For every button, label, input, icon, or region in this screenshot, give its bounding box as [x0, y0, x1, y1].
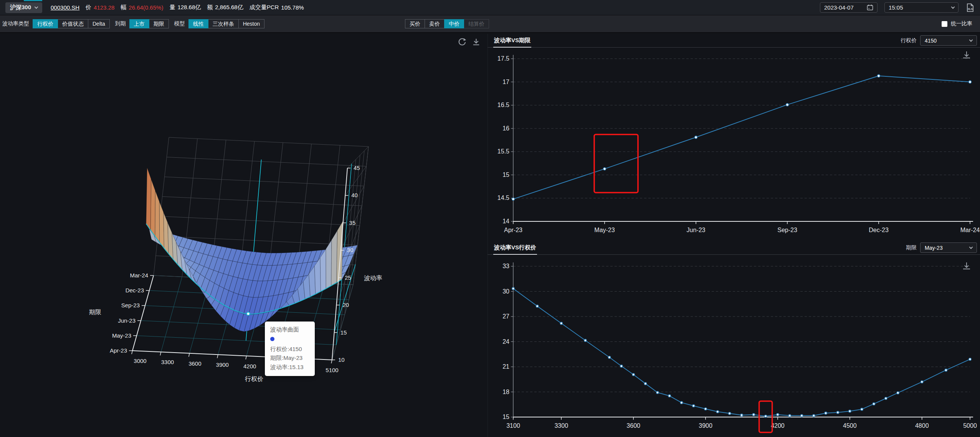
svg-text:35: 35 [349, 219, 356, 226]
svg-text:3600: 3600 [626, 422, 640, 429]
market-stats: 价4123.28幅26.64(0.65%)量128.68亿额2,865.68亿成… [86, 4, 304, 11]
toolbar-button[interactable]: 价值状态 [58, 19, 88, 28]
top-bar: 沪深300 000300.SH 价4123.28幅26.64(0.65%)量12… [0, 0, 980, 15]
stat-label: 量 [169, 4, 175, 11]
svg-text:16: 16 [502, 125, 509, 132]
symbol-link[interactable]: 000300.SH [51, 4, 79, 11]
tooltip-vol: 波动率:15.13 [270, 363, 309, 371]
xls-file-icon: XLS [965, 3, 975, 12]
x-axis: Apr-23May-23Jun-23Sep-23Dec-23Mar-24 [504, 221, 980, 233]
svg-text:15: 15 [340, 329, 347, 336]
toolbar-group-label: 到期 [115, 20, 126, 27]
download-icon[interactable] [472, 38, 481, 46]
svg-text:5100: 5100 [326, 367, 338, 373]
refresh-icon[interactable] [458, 38, 466, 46]
toolbar-button[interactable]: 三次样条 [208, 19, 239, 28]
vs-term-panel: 波动率VS期限 行权价 4150 1414.51515.51616.51717.… [488, 34, 980, 241]
chart-grid: 15182124273033 [502, 262, 970, 420]
vs-term-title: 波动率VS期限 [493, 37, 531, 48]
svg-text:14.5: 14.5 [497, 195, 509, 201]
stat-item: 量128.68亿 [169, 4, 201, 11]
toolbar-button: 结算价 [464, 19, 489, 28]
stat-label: 成交量PCR [250, 4, 279, 11]
svg-text:5000: 5000 [963, 422, 977, 429]
strike-selector[interactable]: 4150 [920, 35, 977, 46]
svg-text:XLS: XLS [968, 8, 973, 10]
export-xls-button[interactable]: XLS [965, 3, 975, 12]
term-selector-value: May-23 [925, 245, 943, 251]
vs-strike-header: 波动率VS行权价 期限 May-23 [488, 241, 980, 255]
toolbar-button[interactable]: 卖价 [425, 19, 445, 28]
svg-text:17.5: 17.5 [497, 55, 509, 62]
svg-text:30: 30 [502, 288, 509, 295]
surface-tooltip: 波动率曲面 行权价:4150 期限:May-23 波动率:15.13 [265, 322, 315, 376]
chevron-down-icon [969, 38, 973, 42]
svg-text:45: 45 [354, 165, 360, 171]
stat-label: 价 [86, 4, 91, 11]
term-control-label: 期限 [906, 244, 917, 251]
app-root: 沪深300 000300.SH 价4123.28幅26.64(0.65%)量12… [0, 0, 980, 437]
toolbar-groups: 波动率类型行权价价值状态Delta到期上市期限模型线性三次样条Heston买价卖… [2, 19, 494, 28]
stat-value: 4123.28 [94, 4, 114, 11]
toolbar-group-label: 模型 [174, 20, 185, 27]
chart-download-icon[interactable] [963, 51, 970, 58]
svg-text:15: 15 [502, 172, 509, 178]
vs-strike-panel: 波动率VS行权价 期限 May-23 151821242730333100330… [488, 241, 980, 437]
svg-text:3300: 3300 [554, 422, 568, 429]
index-selector[interactable]: 沪深300 [5, 2, 42, 13]
unify-ratio-checkbox[interactable]: 统一比率 [942, 20, 972, 27]
toolbar-button[interactable]: 上市 [129, 19, 149, 28]
stat-item: 价4123.28 [86, 4, 114, 11]
vs-term-header: 波动率VS期限 行权价 4150 [488, 34, 980, 48]
vol-vs-strike-chart[interactable]: 1518212427303331003300360039004200450048… [488, 255, 980, 437]
toolbar-button[interactable]: Heston [238, 19, 264, 28]
svg-text:波动率: 波动率 [364, 275, 382, 281]
stat-label: 幅 [121, 4, 126, 11]
svg-text:May-23: May-23 [112, 332, 131, 339]
chart-download-icon[interactable] [963, 262, 970, 269]
active-tab-indicator [24, 0, 42, 1]
svg-text:25: 25 [345, 274, 351, 281]
date-picker[interactable]: 2023-04-07 [820, 2, 878, 13]
tooltip-series-name: 波动率曲面 [270, 326, 309, 333]
series-line [512, 287, 971, 417]
highlight-box [594, 134, 638, 192]
chevron-down-icon [951, 5, 955, 9]
svg-text:14: 14 [502, 218, 509, 224]
vol-vs-term-chart[interactable]: 1414.51515.51616.51717.5Apr-23May-23Jun-… [488, 48, 980, 241]
svg-text:4500: 4500 [843, 422, 857, 429]
surface-highlight-marker [247, 312, 250, 315]
svg-text:Jun-23: Jun-23 [687, 227, 706, 233]
volatility-surface-3d-chart[interactable]: 30003300360039004200450048005100行权价Apr-2… [0, 34, 488, 437]
vs-strike-title: 波动率VS行权价 [493, 244, 537, 255]
chevron-down-icon [969, 245, 973, 249]
toolbar-button[interactable]: Delta [88, 19, 110, 28]
surface-panel: 30003300360039004200450048005100行权价Apr-2… [0, 34, 488, 437]
calendar-icon [867, 4, 873, 11]
svg-text:21: 21 [502, 363, 509, 370]
series-dot-icon [270, 337, 274, 341]
toolbar-button[interactable]: 买价 [405, 19, 425, 28]
toolbar-button[interactable]: 期限 [149, 19, 169, 28]
svg-text:行权价: 行权价 [245, 376, 263, 382]
svg-text:Mar-24: Mar-24 [130, 272, 148, 279]
stat-item: 成交量PCR105.78% [250, 4, 304, 11]
svg-text:18: 18 [502, 389, 509, 395]
svg-text:33: 33 [502, 263, 509, 269]
svg-text:期限: 期限 [89, 309, 101, 315]
stat-value: 105.78% [281, 4, 304, 11]
time-value: 15:05 [889, 4, 903, 11]
stat-label: 额 [207, 4, 213, 11]
term-selector[interactable]: May-23 [920, 242, 977, 253]
stat-value: 26.64(0.65%) [129, 4, 163, 11]
toolbar-button[interactable]: 行权价 [33, 19, 58, 28]
svg-text:40: 40 [351, 192, 358, 198]
toolbar-button[interactable]: 线性 [188, 19, 208, 28]
svg-text:3100: 3100 [506, 422, 520, 429]
svg-text:Apr-23: Apr-23 [110, 347, 127, 354]
toolbar-button[interactable]: 中价 [444, 19, 464, 28]
strike-control-label: 行权价 [901, 37, 917, 44]
svg-text:10: 10 [338, 356, 345, 363]
time-selector[interactable]: 15:05 [884, 2, 959, 13]
chevron-down-icon [35, 5, 38, 9]
